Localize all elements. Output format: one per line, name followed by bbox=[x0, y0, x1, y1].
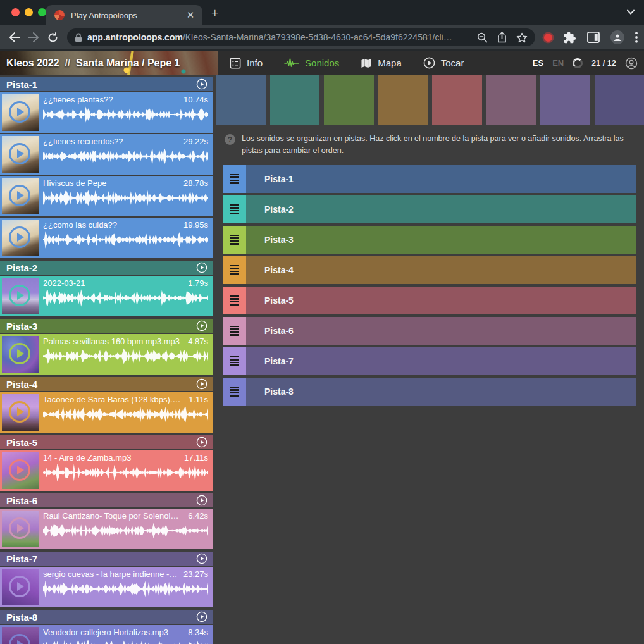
nav-item-info[interactable]: Info bbox=[230, 58, 263, 69]
sidebar-track-name: Pista-6 bbox=[6, 495, 196, 506]
browser-profile-avatar[interactable] bbox=[610, 30, 624, 44]
zoom-out-page-icon[interactable] bbox=[477, 32, 488, 43]
track-row-pista-8[interactable]: Pista-8 bbox=[223, 378, 636, 406]
track-play-icon[interactable] bbox=[196, 553, 207, 564]
clip-play-icon[interactable] bbox=[9, 226, 30, 248]
drag-handle-icon[interactable] bbox=[223, 165, 246, 193]
audio-clip[interactable]: ¿¿tienes plantas?? 10.74s bbox=[0, 92, 213, 133]
audio-clip[interactable]: ¿¿como las cuida?? 19.95s bbox=[0, 218, 213, 258]
clip-play-icon[interactable] bbox=[9, 185, 30, 206]
back-button[interactable] bbox=[5, 28, 24, 47]
clip-play-icon[interactable] bbox=[9, 101, 30, 123]
tracks-sidebar: Pista-1 ¿¿tienes plantas?? 10.74s ¿¿tien… bbox=[0, 75, 213, 644]
track-row-name[interactable]: Pista-5 bbox=[246, 287, 636, 314]
track-row-pista-7[interactable]: Pista-7 bbox=[223, 347, 636, 375]
clip-waveform bbox=[43, 147, 208, 166]
clip-thumbnail bbox=[2, 136, 39, 173]
side-panel-icon[interactable] bbox=[587, 32, 600, 43]
track-row-name[interactable]: Pista-8 bbox=[246, 378, 636, 406]
track-row-pista-6[interactable]: Pista-6 bbox=[223, 317, 636, 345]
track-row-name[interactable]: Pista-3 bbox=[246, 226, 636, 254]
clip-waveform bbox=[43, 347, 208, 366]
loading-spinner-icon bbox=[573, 58, 583, 68]
track-play-icon[interactable] bbox=[196, 378, 207, 390]
minimize-window-button[interactable] bbox=[25, 8, 33, 16]
header-right-controls: ES EN 21 / 12 bbox=[533, 51, 638, 75]
reload-button[interactable] bbox=[43, 28, 62, 47]
recording-extension-icon[interactable] bbox=[544, 34, 552, 42]
sidebar-track-header-pista-5[interactable]: Pista-5 bbox=[0, 435, 213, 449]
track-row-name[interactable]: Pista-6 bbox=[246, 317, 636, 345]
clip-play-icon[interactable] bbox=[9, 517, 30, 539]
nav-item-tocar[interactable]: Tocar bbox=[423, 57, 464, 69]
nav-item-sonidos[interactable]: Sonidos bbox=[284, 58, 339, 68]
forward-button[interactable] bbox=[24, 28, 43, 47]
sidebar-track-header-pista-1[interactable]: Pista-1 bbox=[0, 77, 213, 91]
extensions-puzzle-icon[interactable] bbox=[563, 31, 576, 44]
track-play-icon[interactable] bbox=[196, 495, 207, 506]
track-row-pista-5[interactable]: Pista-5 bbox=[223, 287, 636, 314]
track-play-icon[interactable] bbox=[196, 611, 207, 622]
track-row-pista-3[interactable]: Pista-3 bbox=[223, 226, 636, 254]
clip-play-icon[interactable] bbox=[9, 459, 30, 481]
drag-handle-icon[interactable] bbox=[223, 317, 246, 345]
tab-search-chevron-icon[interactable] bbox=[626, 9, 635, 15]
track-row-name[interactable]: Pista-2 bbox=[246, 195, 636, 223]
track-row-pista-1[interactable]: Pista-1 bbox=[223, 165, 636, 193]
clip-play-icon[interactable] bbox=[9, 143, 30, 164]
clip-play-icon[interactable] bbox=[9, 401, 30, 423]
address-bar[interactable]: app.antropoloops.com/Kleos-Santa-Marina/… bbox=[67, 28, 535, 46]
track-play-icon[interactable] bbox=[196, 320, 207, 331]
sidebar-track-header-pista-8[interactable]: Pista-8 bbox=[0, 610, 213, 624]
sidebar-track-header-pista-4[interactable]: Pista-4 bbox=[0, 377, 213, 391]
audio-clip[interactable]: sergio cuevas - la harpe indienne - 03 -… bbox=[0, 567, 213, 607]
drag-handle-icon[interactable] bbox=[223, 378, 246, 406]
window-controls[interactable] bbox=[11, 8, 46, 16]
sidebar-track-header-pista-7[interactable]: Pista-7 bbox=[0, 552, 213, 566]
sidebar-track-header-pista-6[interactable]: Pista-6 bbox=[0, 493, 213, 507]
audio-clip[interactable]: Taconeo de Sara Baras (128 kbps).mp3 1.1… bbox=[0, 392, 213, 433]
sidebar-track-header-pista-3[interactable]: Pista-3 bbox=[0, 319, 213, 333]
drag-handle-icon[interactable] bbox=[223, 287, 246, 314]
new-tab-button[interactable]: ＋ bbox=[209, 8, 221, 18]
share-icon[interactable] bbox=[497, 32, 507, 43]
audio-clip[interactable]: Hiviscus de Pepe 28.78s bbox=[0, 176, 213, 216]
audio-clip[interactable]: ¿¿tienes recuerdos?? 29.22s bbox=[0, 134, 213, 175]
nav-item-mapa[interactable]: Mapa bbox=[361, 58, 402, 68]
track-row-pista-2[interactable]: Pista-2 bbox=[223, 195, 636, 223]
language-en-button[interactable]: EN bbox=[552, 58, 564, 68]
nav-label: Info bbox=[247, 58, 263, 68]
language-es-button[interactable]: ES bbox=[533, 58, 543, 68]
track-play-icon[interactable] bbox=[196, 437, 207, 448]
audio-clip[interactable]: 14 - Aire de Zamba.mp3 17.11s bbox=[0, 450, 213, 491]
track-row-name[interactable]: Pista-1 bbox=[246, 165, 636, 193]
clip-thumbnail bbox=[2, 94, 39, 131]
track-play-icon[interactable] bbox=[196, 78, 207, 90]
audio-clip[interactable]: Raul Cantizano- Toque por Solenoide.mp3 … bbox=[0, 509, 213, 549]
play-circle-icon bbox=[423, 57, 435, 69]
track-row-pista-4[interactable]: Pista-4 bbox=[223, 256, 636, 284]
account-icon[interactable] bbox=[625, 57, 638, 70]
clip-play-icon[interactable] bbox=[9, 634, 30, 644]
clip-duration: 29.22s bbox=[183, 137, 208, 146]
audio-clip[interactable]: 2022-03-21 1.79s bbox=[0, 276, 213, 316]
close-window-button[interactable] bbox=[11, 8, 20, 16]
browser-menu-kebab-icon[interactable] bbox=[635, 32, 638, 43]
drag-handle-icon[interactable] bbox=[223, 226, 246, 254]
drag-handle-icon[interactable] bbox=[223, 347, 246, 375]
clip-duration: 1.79s bbox=[188, 278, 208, 288]
track-play-icon[interactable] bbox=[196, 262, 207, 273]
tab-close-icon[interactable]: ✕ bbox=[185, 9, 196, 21]
sidebar-track-header-pista-2[interactable]: Pista-2 bbox=[0, 261, 213, 275]
clip-play-icon[interactable] bbox=[9, 343, 30, 364]
drag-handle-icon[interactable] bbox=[223, 256, 246, 284]
track-row-name[interactable]: Pista-4 bbox=[246, 256, 636, 284]
bookmark-star-icon[interactable] bbox=[516, 32, 528, 43]
audio-clip[interactable]: Palmas sevillanas 160 bpm mp3.mp3 4.87s bbox=[0, 334, 213, 375]
drag-handle-icon[interactable] bbox=[223, 195, 246, 223]
track-row-name[interactable]: Pista-7 bbox=[246, 347, 636, 375]
clip-play-icon[interactable] bbox=[9, 285, 30, 306]
audio-clip[interactable]: Vendedor callejero Hortalizas.mp3 8.34s bbox=[0, 625, 213, 644]
clip-play-icon[interactable] bbox=[9, 576, 30, 597]
browser-tab[interactable]: Play Antropoloops ✕ bbox=[46, 5, 202, 25]
